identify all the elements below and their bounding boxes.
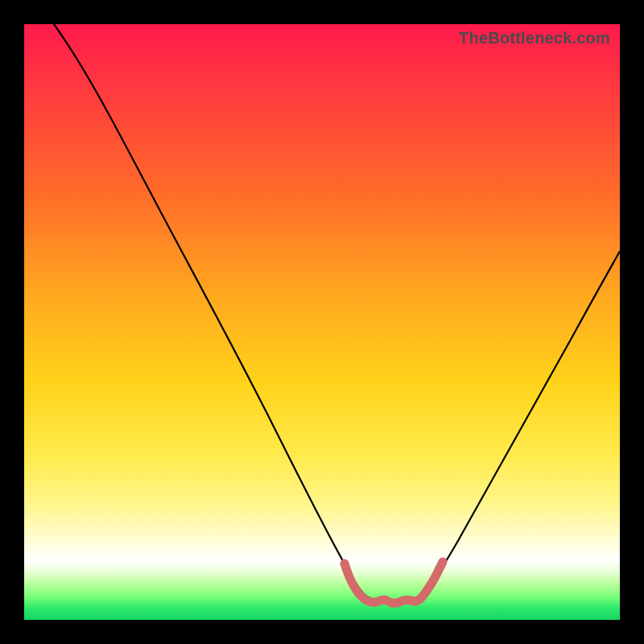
bottleneck-curve [24, 24, 620, 620]
plot-area: TheBottleneck.com [24, 24, 620, 620]
watermark-label: TheBottleneck.com [459, 29, 610, 47]
curve-valley-highlight [345, 562, 443, 603]
chart-frame: TheBottleneck.com [0, 0, 644, 644]
curve-path [54, 24, 620, 602]
